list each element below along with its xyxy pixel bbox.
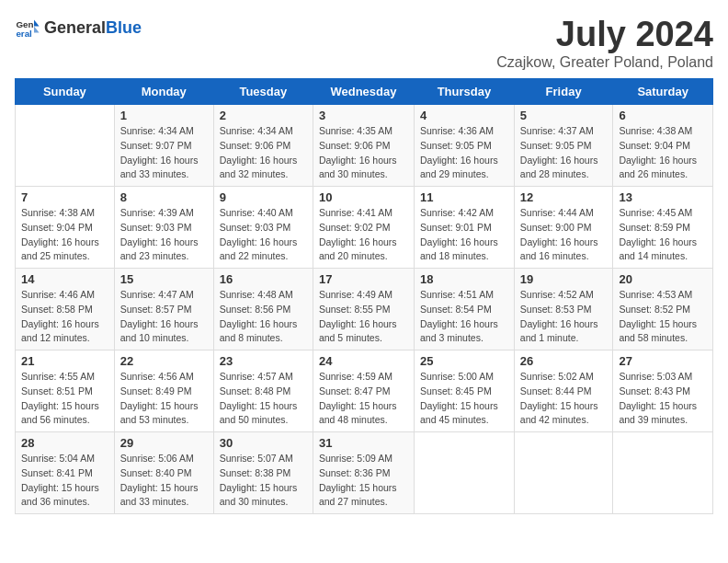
day-number: 25 [420, 354, 508, 368]
calendar-week-row: 7Sunrise: 4:38 AM Sunset: 9:04 PM Daylig… [16, 187, 713, 269]
calendar-week-row: 1Sunrise: 4:34 AM Sunset: 9:07 PM Daylig… [16, 105, 713, 187]
logo-general: General [44, 18, 106, 37]
day-info: Sunrise: 4:38 AM Sunset: 9:04 PM Dayligh… [21, 206, 108, 264]
day-info: Sunrise: 4:40 AM Sunset: 9:03 PM Dayligh… [220, 206, 307, 264]
calendar-cell: 2Sunrise: 4:34 AM Sunset: 9:06 PM Daylig… [213, 105, 313, 187]
header-day-sunday: Sunday [16, 79, 115, 105]
day-info: Sunrise: 4:45 AM Sunset: 8:59 PM Dayligh… [619, 206, 707, 264]
day-info: Sunrise: 4:47 AM Sunset: 8:57 PM Dayligh… [120, 288, 208, 346]
day-info: Sunrise: 4:49 AM Sunset: 8:55 PM Dayligh… [319, 288, 408, 346]
calendar-cell: 10Sunrise: 4:41 AM Sunset: 9:02 PM Dayli… [313, 187, 414, 269]
day-info: Sunrise: 4:44 AM Sunset: 9:00 PM Dayligh… [520, 206, 608, 264]
page-subtitle: Czajkow, Greater Poland, Poland [496, 54, 713, 71]
day-number: 22 [120, 354, 208, 368]
svg-marker-2 [34, 20, 40, 27]
day-number: 4 [420, 109, 508, 122]
day-number: 9 [220, 190, 307, 204]
header-day-monday: Monday [114, 79, 213, 105]
day-number: 17 [319, 272, 408, 286]
header-day-saturday: Saturday [613, 79, 713, 105]
calendar-header-row: SundayMondayTuesdayWednesdayThursdayFrid… [16, 79, 713, 105]
day-info: Sunrise: 5:02 AM Sunset: 8:44 PM Dayligh… [520, 370, 608, 428]
day-info: Sunrise: 4:46 AM Sunset: 8:58 PM Dayligh… [21, 288, 108, 346]
calendar-cell: 22Sunrise: 4:56 AM Sunset: 8:49 PM Dayli… [114, 350, 213, 432]
calendar-cell: 12Sunrise: 4:44 AM Sunset: 9:00 PM Dayli… [514, 187, 613, 269]
page-title: July 2024 [496, 15, 713, 54]
day-info: Sunrise: 4:41 AM Sunset: 9:02 PM Dayligh… [319, 206, 408, 264]
day-number: 26 [520, 354, 608, 368]
day-number: 27 [619, 354, 707, 368]
logo-text: GeneralBlue [44, 18, 142, 38]
header-day-thursday: Thursday [415, 79, 515, 105]
day-number: 20 [619, 272, 707, 286]
calendar-cell: 7Sunrise: 4:38 AM Sunset: 9:04 PM Daylig… [16, 187, 115, 269]
page-header: Gen eral GeneralBlue July 2024 Czajkow, … [15, 15, 713, 71]
day-number: 24 [319, 354, 408, 368]
day-number: 18 [420, 272, 508, 286]
day-info: Sunrise: 4:51 AM Sunset: 8:54 PM Dayligh… [420, 288, 508, 346]
day-number: 5 [520, 109, 608, 122]
day-number: 3 [319, 109, 408, 122]
calendar-week-row: 14Sunrise: 4:46 AM Sunset: 8:58 PM Dayli… [16, 269, 713, 350]
calendar-cell: 9Sunrise: 4:40 AM Sunset: 9:03 PM Daylig… [213, 187, 313, 269]
calendar-cell: 20Sunrise: 4:53 AM Sunset: 8:52 PM Dayli… [613, 269, 713, 350]
day-number: 12 [520, 190, 608, 204]
calendar-cell: 25Sunrise: 5:00 AM Sunset: 8:45 PM Dayli… [415, 350, 515, 432]
calendar-cell: 15Sunrise: 4:47 AM Sunset: 8:57 PM Dayli… [114, 269, 213, 350]
day-info: Sunrise: 4:59 AM Sunset: 8:47 PM Dayligh… [319, 370, 408, 428]
header-day-friday: Friday [514, 79, 613, 105]
calendar-cell: 21Sunrise: 4:55 AM Sunset: 8:51 PM Dayli… [16, 350, 115, 432]
calendar-cell: 27Sunrise: 5:03 AM Sunset: 8:43 PM Dayli… [613, 350, 713, 432]
day-number: 10 [319, 190, 408, 204]
day-info: Sunrise: 4:35 AM Sunset: 9:06 PM Dayligh… [319, 124, 408, 182]
day-info: Sunrise: 4:52 AM Sunset: 8:53 PM Dayligh… [520, 288, 608, 346]
calendar-cell: 18Sunrise: 4:51 AM Sunset: 8:54 PM Dayli… [415, 269, 515, 350]
day-info: Sunrise: 5:04 AM Sunset: 8:41 PM Dayligh… [21, 452, 108, 510]
calendar-cell: 8Sunrise: 4:39 AM Sunset: 9:03 PM Daylig… [114, 187, 213, 269]
calendar-cell: 14Sunrise: 4:46 AM Sunset: 8:58 PM Dayli… [16, 269, 115, 350]
day-number: 11 [420, 190, 508, 204]
calendar-cell: 29Sunrise: 5:06 AM Sunset: 8:40 PM Dayli… [114, 432, 213, 514]
header-day-tuesday: Tuesday [213, 79, 313, 105]
day-info: Sunrise: 4:57 AM Sunset: 8:48 PM Dayligh… [220, 370, 307, 428]
calendar-cell: 11Sunrise: 4:42 AM Sunset: 9:01 PM Dayli… [415, 187, 515, 269]
day-number: 21 [21, 354, 108, 368]
day-info: Sunrise: 4:48 AM Sunset: 8:56 PM Dayligh… [220, 288, 307, 346]
day-info: Sunrise: 4:38 AM Sunset: 9:04 PM Dayligh… [619, 124, 707, 182]
calendar-cell [613, 432, 713, 514]
day-number: 13 [619, 190, 707, 204]
day-number: 30 [220, 436, 307, 450]
day-info: Sunrise: 4:34 AM Sunset: 9:06 PM Dayligh… [220, 124, 307, 182]
day-info: Sunrise: 5:00 AM Sunset: 8:45 PM Dayligh… [420, 370, 508, 428]
day-number: 23 [220, 354, 307, 368]
calendar-week-row: 28Sunrise: 5:04 AM Sunset: 8:41 PM Dayli… [16, 432, 713, 514]
logo-icon: Gen eral [15, 15, 40, 40]
calendar-cell: 26Sunrise: 5:02 AM Sunset: 8:44 PM Dayli… [514, 350, 613, 432]
day-info: Sunrise: 5:06 AM Sunset: 8:40 PM Dayligh… [120, 452, 208, 510]
day-number: 29 [120, 436, 208, 450]
header-day-wednesday: Wednesday [313, 79, 414, 105]
calendar-cell: 28Sunrise: 5:04 AM Sunset: 8:41 PM Dayli… [16, 432, 115, 514]
day-info: Sunrise: 5:09 AM Sunset: 8:36 PM Dayligh… [319, 452, 408, 510]
calendar-week-row: 21Sunrise: 4:55 AM Sunset: 8:51 PM Dayli… [16, 350, 713, 432]
day-number: 31 [319, 436, 408, 450]
day-number: 14 [21, 272, 108, 286]
day-info: Sunrise: 4:37 AM Sunset: 9:05 PM Dayligh… [520, 124, 608, 182]
day-number: 1 [120, 109, 208, 122]
calendar-cell: 5Sunrise: 4:37 AM Sunset: 9:05 PM Daylig… [514, 105, 613, 187]
calendar-table: SundayMondayTuesdayWednesdayThursdayFrid… [15, 78, 713, 514]
calendar-cell: 4Sunrise: 4:36 AM Sunset: 9:05 PM Daylig… [415, 105, 515, 187]
calendar-cell: 16Sunrise: 4:48 AM Sunset: 8:56 PM Dayli… [213, 269, 313, 350]
calendar-cell: 19Sunrise: 4:52 AM Sunset: 8:53 PM Dayli… [514, 269, 613, 350]
calendar-cell [514, 432, 613, 514]
day-info: Sunrise: 4:36 AM Sunset: 9:05 PM Dayligh… [420, 124, 508, 182]
day-number: 8 [120, 190, 208, 204]
calendar-cell: 3Sunrise: 4:35 AM Sunset: 9:06 PM Daylig… [313, 105, 414, 187]
day-number: 16 [220, 272, 307, 286]
logo: Gen eral GeneralBlue [15, 15, 142, 40]
title-area: July 2024 Czajkow, Greater Poland, Polan… [496, 15, 713, 71]
day-info: Sunrise: 5:03 AM Sunset: 8:43 PM Dayligh… [619, 370, 707, 428]
day-info: Sunrise: 5:07 AM Sunset: 8:38 PM Dayligh… [220, 452, 307, 510]
day-info: Sunrise: 4:53 AM Sunset: 8:52 PM Dayligh… [619, 288, 707, 346]
svg-text:eral: eral [16, 29, 32, 39]
